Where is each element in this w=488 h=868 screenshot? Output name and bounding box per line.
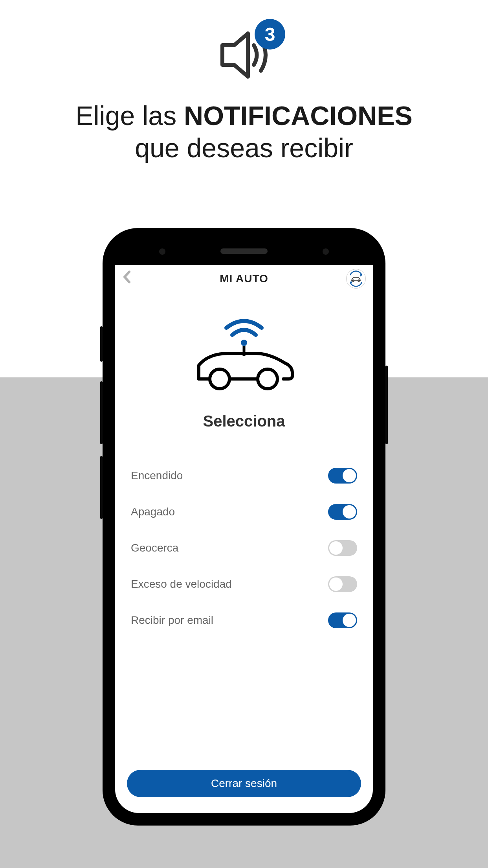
svg-point-9	[210, 369, 229, 389]
hero-section: 3 Elige las NOTIFICACIONES que deseas re…	[0, 0, 488, 164]
toggle-knob	[343, 614, 356, 627]
logout-label: Cerrar sesión	[211, 777, 277, 790]
app-title: MI AUTO	[220, 272, 268, 285]
side-button	[100, 381, 103, 444]
svg-point-10	[258, 369, 277, 389]
toggle-exceso-velocidad[interactable]	[328, 576, 357, 592]
toggle-encendido[interactable]	[328, 468, 357, 484]
svg-point-4	[241, 340, 247, 346]
toggle-knob	[329, 577, 343, 591]
back-button[interactable]	[122, 270, 131, 287]
toggle-row-exceso-velocidad: Exceso de velocidad	[131, 566, 357, 602]
phone-sensor	[323, 248, 329, 255]
headline-prefix: Elige las	[75, 101, 184, 131]
side-button	[100, 456, 103, 519]
app-screen: MI AUTO	[115, 265, 373, 813]
toggle-list: Encendido Apagado Geocerca Exceso de vel…	[115, 458, 373, 770]
toggle-row-email: Recibir por email	[131, 602, 357, 638]
toggle-row-apagado: Apagado	[131, 494, 357, 530]
phone-top-bezel	[112, 237, 376, 265]
toggle-row-encendido: Encendido	[131, 458, 357, 494]
toggle-knob	[329, 541, 343, 555]
car-illustration	[115, 316, 373, 395]
toggle-geocerca[interactable]	[328, 540, 357, 556]
side-button	[385, 366, 388, 444]
side-button	[100, 326, 103, 362]
headline-suffix: que deseas recibir	[135, 133, 353, 163]
toggle-row-geocerca: Geocerca	[131, 530, 357, 566]
badge-count: 3	[265, 24, 275, 45]
notification-badge: 3	[255, 19, 285, 50]
toggle-label: Encendido	[131, 469, 183, 482]
car-sync-icon	[348, 270, 364, 287]
toggle-label: Geocerca	[131, 542, 178, 554]
toggle-label: Recibir por email	[131, 614, 213, 627]
phone-speaker-slot	[220, 248, 268, 254]
toggle-label: Exceso de velocidad	[131, 578, 232, 590]
phone-inner: MI AUTO	[112, 237, 376, 816]
headline: Elige las NOTIFICACIONES que deseas reci…	[0, 100, 488, 164]
phone-camera	[159, 248, 165, 255]
toggle-knob	[343, 505, 356, 519]
phone-frame: MI AUTO	[103, 228, 385, 826]
toggle-knob	[343, 469, 356, 482]
logout-button[interactable]: Cerrar sesión	[127, 770, 361, 797]
switch-car-button[interactable]	[346, 269, 366, 289]
chevron-left-icon	[122, 270, 131, 284]
connected-car-icon	[187, 316, 301, 395]
toggle-email[interactable]	[328, 612, 357, 628]
app-header: MI AUTO	[115, 265, 373, 292]
section-title: Selecciona	[115, 412, 373, 430]
toggle-label: Apagado	[131, 506, 175, 518]
headline-strong: NOTIFICACIONES	[184, 101, 413, 131]
toggle-apagado[interactable]	[328, 504, 357, 520]
speaker-icon-wrap: 3	[215, 28, 273, 84]
